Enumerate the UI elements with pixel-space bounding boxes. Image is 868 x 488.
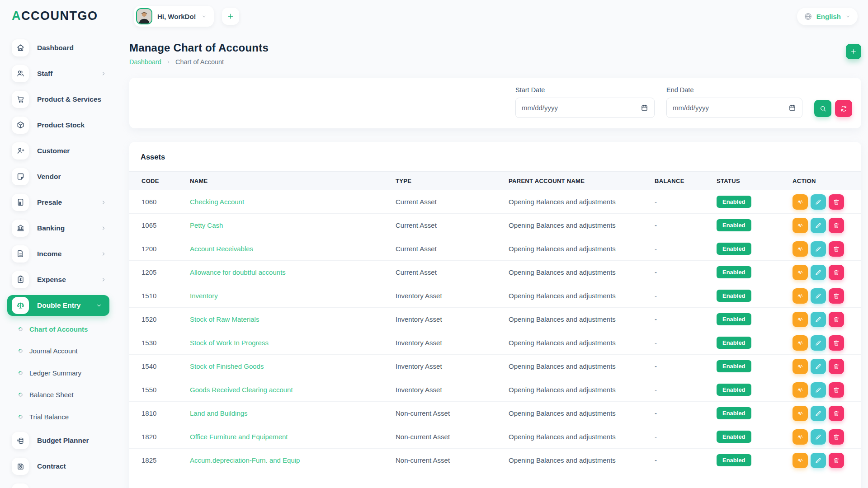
- account-name-link[interactable]: Allowance for doubtful accounts: [190, 268, 286, 276]
- delete-button[interactable]: [829, 382, 844, 398]
- language-selector[interactable]: English: [797, 8, 858, 25]
- transactions-button[interactable]: [793, 194, 808, 210]
- transactions-button[interactable]: [793, 406, 808, 421]
- delete-button[interactable]: [829, 241, 844, 257]
- account-name-link[interactable]: Land and Buildings: [190, 409, 248, 417]
- sidebar-subitem-trial-balance[interactable]: Trial Balance: [12, 406, 114, 428]
- sidebar-nav: DashboardStaffProduct & ServicesProduct …: [12, 35, 114, 488]
- transactions-button[interactable]: [793, 218, 808, 233]
- presale-icon: [12, 194, 29, 211]
- wave-icon: [797, 410, 804, 417]
- sidebar-item-double-entry[interactable]: Double Entry: [7, 295, 109, 316]
- cell-type: Inventory Asset: [396, 362, 509, 370]
- edit-button[interactable]: [811, 453, 826, 468]
- quick-add-button[interactable]: [222, 8, 239, 25]
- account-name-link[interactable]: Stock of Raw Materials: [190, 315, 259, 323]
- greeting-text: Hi, WorkDo!: [157, 13, 196, 20]
- breadcrumb-dashboard-link[interactable]: Dashboard: [129, 58, 161, 66]
- delete-button[interactable]: [829, 265, 844, 280]
- transactions-button[interactable]: [793, 312, 808, 327]
- sidebar-item-goal[interactable]: Goal: [12, 479, 114, 488]
- sidebar-item-budget-planner[interactable]: Budget Planner: [12, 428, 114, 454]
- sidebar-item-product-services[interactable]: Product & Services: [12, 86, 114, 112]
- account-name-link[interactable]: Account Receivables: [190, 245, 253, 253]
- bullet-icon: [18, 326, 24, 332]
- transactions-button[interactable]: [793, 382, 808, 398]
- user-menu[interactable]: Hi, WorkDo!: [134, 6, 214, 27]
- delete-button[interactable]: [829, 453, 844, 468]
- sidebar-item-staff[interactable]: Staff: [12, 61, 114, 86]
- delete-button[interactable]: [829, 194, 844, 210]
- sidebar-item-income[interactable]: Income: [12, 241, 114, 267]
- end-date-input[interactable]: mm/dd/yyyy: [666, 98, 802, 118]
- status-badge: Enabled: [717, 313, 751, 325]
- start-date-input[interactable]: mm/dd/yyyy: [515, 98, 655, 118]
- transactions-button[interactable]: [793, 335, 808, 351]
- delete-button[interactable]: [829, 288, 844, 304]
- sidebar-item-product-stock[interactable]: Product Stock: [12, 112, 114, 138]
- cell-type: Inventory Asset: [396, 315, 509, 323]
- status-badge: Enabled: [717, 337, 751, 349]
- package-icon: [12, 117, 29, 134]
- edit-button[interactable]: [811, 218, 826, 233]
- sidebar-item-contract[interactable]: Contract: [12, 454, 114, 479]
- status-badge: Enabled: [717, 384, 751, 396]
- account-name-link[interactable]: Inventory: [190, 292, 218, 300]
- sidebar-subitem-ledger-summary[interactable]: Ledger Summary: [12, 362, 114, 384]
- table-header-row: CODENAMETYPEPARENT ACCOUNT NAMEBALANCEST…: [129, 171, 861, 190]
- calendar-icon[interactable]: [788, 104, 796, 112]
- account-name-link[interactable]: Petty Cash: [190, 221, 223, 229]
- sidebar-subitem-journal-account[interactable]: Journal Account: [12, 340, 114, 362]
- transactions-button[interactable]: [793, 241, 808, 257]
- sidebar-item-vendor[interactable]: Vendor: [12, 164, 114, 189]
- edit-button[interactable]: [811, 288, 826, 304]
- edit-button[interactable]: [811, 359, 826, 374]
- wave-icon: [797, 222, 804, 229]
- sidebar-subitem-balance-sheet[interactable]: Balance Sheet: [12, 384, 114, 406]
- plus-icon: [850, 48, 857, 55]
- sidebar-item-expense[interactable]: Expense: [12, 267, 114, 292]
- calendar-icon[interactable]: [641, 104, 648, 112]
- account-name-link[interactable]: Stock of Finished Goods: [190, 362, 264, 370]
- edit-button[interactable]: [811, 382, 826, 398]
- sidebar-item-dashboard[interactable]: Dashboard: [12, 35, 114, 61]
- delete-button[interactable]: [829, 218, 844, 233]
- account-name-link[interactable]: Office Furniture and Equipement: [190, 433, 288, 441]
- sidebar-subitem-chart-of-accounts[interactable]: Chart of Accounts: [12, 318, 114, 340]
- delete-button[interactable]: [829, 335, 844, 351]
- edit-button[interactable]: [811, 265, 826, 280]
- account-name-link[interactable]: Accum.depreciation-Furn. and Equip: [190, 456, 300, 464]
- edit-button[interactable]: [811, 312, 826, 327]
- edit-button[interactable]: [811, 406, 826, 421]
- edit-button[interactable]: [811, 429, 826, 445]
- reset-button[interactable]: [835, 100, 852, 117]
- transactions-button[interactable]: [793, 359, 808, 374]
- sidebar-item-customer[interactable]: Customer: [12, 138, 114, 164]
- cell-code: 1810: [142, 409, 190, 417]
- transactions-button[interactable]: [793, 265, 808, 280]
- edit-button[interactable]: [811, 335, 826, 351]
- delete-button[interactable]: [829, 406, 844, 421]
- delete-button[interactable]: [829, 429, 844, 445]
- account-name-link[interactable]: Stock of Work In Progress: [190, 339, 269, 347]
- delete-button[interactable]: [829, 359, 844, 374]
- cell-type: Inventory Asset: [396, 386, 509, 394]
- table-row: 1060Checking AccountCurrent AssetOpening…: [129, 190, 861, 214]
- account-name-link[interactable]: Checking Account: [190, 198, 244, 206]
- brand-logo-rest: CCOUNTGO: [21, 9, 98, 23]
- cell-balance: -: [655, 409, 717, 417]
- cell-balance: -: [655, 339, 717, 347]
- add-account-type-button[interactable]: [846, 44, 861, 59]
- chevron-right-icon: [100, 199, 107, 206]
- sidebar-item-presale[interactable]: Presale: [12, 189, 114, 215]
- delete-button[interactable]: [829, 312, 844, 327]
- edit-button[interactable]: [811, 241, 826, 257]
- account-name-link[interactable]: Goods Received Clearing account: [190, 386, 293, 394]
- transactions-button[interactable]: [793, 288, 808, 304]
- sidebar-item-banking[interactable]: Banking: [12, 215, 114, 241]
- transactions-button[interactable]: [793, 453, 808, 468]
- transactions-button[interactable]: [793, 429, 808, 445]
- brand-logo[interactable]: ACCOUNTGO: [12, 9, 114, 23]
- search-button[interactable]: [814, 100, 831, 117]
- edit-button[interactable]: [811, 194, 826, 210]
